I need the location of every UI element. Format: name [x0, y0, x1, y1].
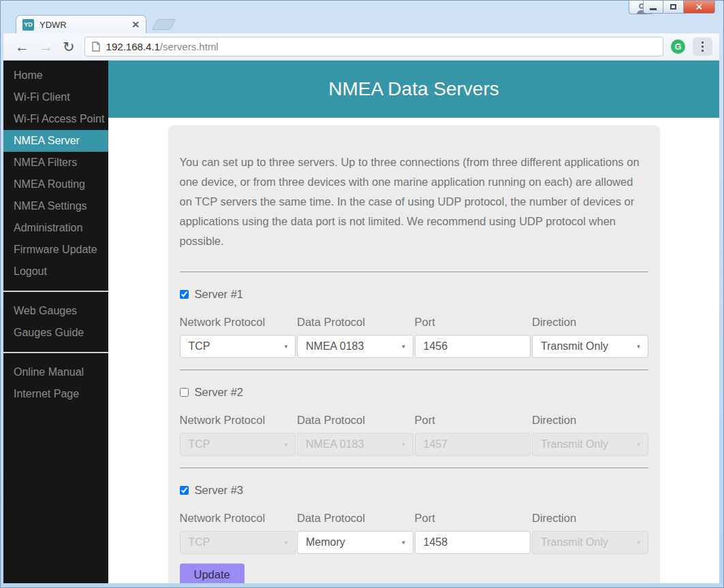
- direction-label: Direction: [532, 414, 648, 427]
- chevron-down-icon: ▼: [401, 540, 407, 546]
- server3-direction-select: Transmit Only ▼: [532, 531, 648, 554]
- browser-window: YD YDWR ✕ ✕ ← → ↻ 192.168.4.1/servers.ht…: [0, 0, 724, 588]
- server3-port-input[interactable]: [415, 531, 531, 554]
- back-button[interactable]: ←: [15, 39, 29, 54]
- sidebar-item-logout[interactable]: Logout: [3, 261, 108, 282]
- server1-section: Server #1 Network Protocol Data Protocol…: [180, 288, 648, 370]
- sidebar-item-online-manual[interactable]: Online Manual: [3, 361, 108, 383]
- sidebar-item-nmea-filters[interactable]: NMEA Filters: [3, 152, 108, 174]
- section-divider: [180, 272, 648, 272]
- main-area: NMEA Data Servers You can set up to thre…: [108, 61, 719, 583]
- sidebar-item-home[interactable]: Home: [3, 65, 108, 86]
- sidebar-item-nmea-server[interactable]: NMEA Server: [3, 130, 108, 152]
- sidebar-item-wifi-client[interactable]: Wi-Fi Client: [3, 86, 108, 108]
- sidebar-item-web-gauges[interactable]: Web Gauges: [3, 300, 108, 322]
- server3-section: Server #3 Network Protocol Data Protocol…: [180, 484, 648, 554]
- url-host: 192.168.4.1: [106, 41, 160, 52]
- maximize-icon: [670, 4, 676, 10]
- minimize-button[interactable]: [643, 1, 663, 14]
- intro-text: You can set up to three servers. Up to t…: [180, 152, 648, 251]
- window-controls: ✕: [643, 1, 715, 14]
- server2-data-protocol-select: NMEA 0183 ▼: [297, 433, 413, 456]
- server3-data-protocol-select[interactable]: Memory ▼: [297, 531, 413, 554]
- url-text: 192.168.4.1/servers.html: [106, 41, 219, 52]
- chevron-down-icon: ▼: [636, 442, 642, 448]
- page-icon: [92, 42, 100, 52]
- sidebar-item-firmware-update[interactable]: Firmware Update: [3, 239, 108, 261]
- chevron-down-icon: ▼: [636, 344, 642, 350]
- new-tab-button[interactable]: [152, 19, 176, 30]
- minimize-icon: [650, 8, 657, 10]
- direction-label: Direction: [532, 512, 648, 525]
- chevron-down-icon: ▼: [283, 540, 289, 546]
- data-protocol-label: Data Protocol: [297, 316, 413, 329]
- server1-network-protocol-select[interactable]: TCP ▼: [180, 335, 296, 358]
- server2-direction-select: Transmit Only ▼: [532, 433, 648, 456]
- address-bar[interactable]: 192.168.4.1/servers.html: [84, 37, 663, 56]
- port-label: Port: [415, 316, 531, 329]
- menu-dots-icon: [702, 42, 704, 44]
- sidebar-divider: [3, 352, 108, 353]
- maximize-button[interactable]: [663, 1, 684, 14]
- server1-checkbox[interactable]: [180, 290, 189, 299]
- titlebar: YD YDWR ✕ ✕: [3, 1, 719, 33]
- server1-direction-select[interactable]: Transmit Only ▼: [532, 335, 648, 358]
- section-divider: [180, 468, 648, 468]
- chevron-down-icon: ▼: [283, 344, 289, 350]
- tab-favicon-icon: YD: [22, 19, 34, 31]
- network-protocol-label: Network Protocol: [180, 316, 296, 329]
- data-protocol-label: Data Protocol: [297, 414, 413, 427]
- grammarly-icon[interactable]: G: [671, 39, 685, 54]
- server3-network-protocol-select: TCP ▼: [180, 531, 296, 554]
- sidebar-item-nmea-settings[interactable]: NMEA Settings: [3, 195, 108, 217]
- sidebar-item-wifi-access-point[interactable]: Wi-Fi Access Point: [3, 108, 108, 130]
- servers-card: You can set up to three servers. Up to t…: [168, 125, 660, 583]
- chevron-down-icon: ▼: [636, 540, 642, 546]
- tab-title: YDWR: [40, 20, 131, 30]
- sidebar-item-gauges-guide[interactable]: Gauges Guide: [3, 322, 108, 344]
- server2-port-input: [415, 433, 531, 456]
- page-header: NMEA Data Servers: [108, 61, 719, 118]
- sidebar-divider: [3, 291, 108, 292]
- server1-port-input[interactable]: [415, 335, 531, 358]
- direction-label: Direction: [532, 316, 648, 329]
- server3-label: Server #3: [195, 484, 244, 497]
- sidebar-item-internet-page[interactable]: Internet Page: [3, 383, 108, 405]
- browser-menu-button[interactable]: [693, 37, 712, 56]
- page-title: NMEA Data Servers: [328, 78, 499, 100]
- sidebar: Home Wi-Fi Client Wi-Fi Access Point NME…: [3, 61, 108, 583]
- data-protocol-label: Data Protocol: [297, 512, 413, 525]
- tab-close-icon[interactable]: ✕: [131, 20, 140, 29]
- chevron-down-icon: ▼: [401, 442, 407, 448]
- sidebar-item-administration[interactable]: Administration: [3, 217, 108, 239]
- server2-section: Server #2 Network Protocol Data Protocol…: [180, 386, 648, 468]
- url-path: /servers.html: [160, 41, 219, 52]
- page-content: Home Wi-Fi Client Wi-Fi Access Point NME…: [3, 61, 719, 583]
- sidebar-item-nmea-routing[interactable]: NMEA Routing: [3, 174, 108, 195]
- forward-button: →: [39, 39, 53, 54]
- close-icon: ✕: [695, 2, 703, 12]
- browser-tab[interactable]: YD YDWR ✕: [16, 15, 146, 33]
- server3-checkbox[interactable]: [180, 486, 189, 495]
- network-protocol-label: Network Protocol: [180, 512, 296, 525]
- server2-label: Server #2: [195, 386, 244, 399]
- update-button[interactable]: Update: [180, 564, 245, 583]
- port-label: Port: [415, 414, 531, 427]
- browser-toolbar: ← → ↻ 192.168.4.1/servers.html G: [3, 33, 719, 61]
- server2-checkbox[interactable]: [180, 388, 189, 397]
- chevron-down-icon: ▼: [401, 344, 407, 350]
- network-protocol-label: Network Protocol: [180, 414, 296, 427]
- chevron-down-icon: ▼: [283, 442, 289, 448]
- section-divider: [180, 370, 648, 370]
- close-button[interactable]: ✕: [684, 1, 715, 14]
- port-label: Port: [415, 512, 531, 525]
- server1-label: Server #1: [195, 288, 244, 301]
- refresh-button[interactable]: ↻: [63, 39, 75, 54]
- server1-data-protocol-select[interactable]: NMEA 0183 ▼: [297, 335, 413, 358]
- server2-network-protocol-select: TCP ▼: [180, 433, 296, 456]
